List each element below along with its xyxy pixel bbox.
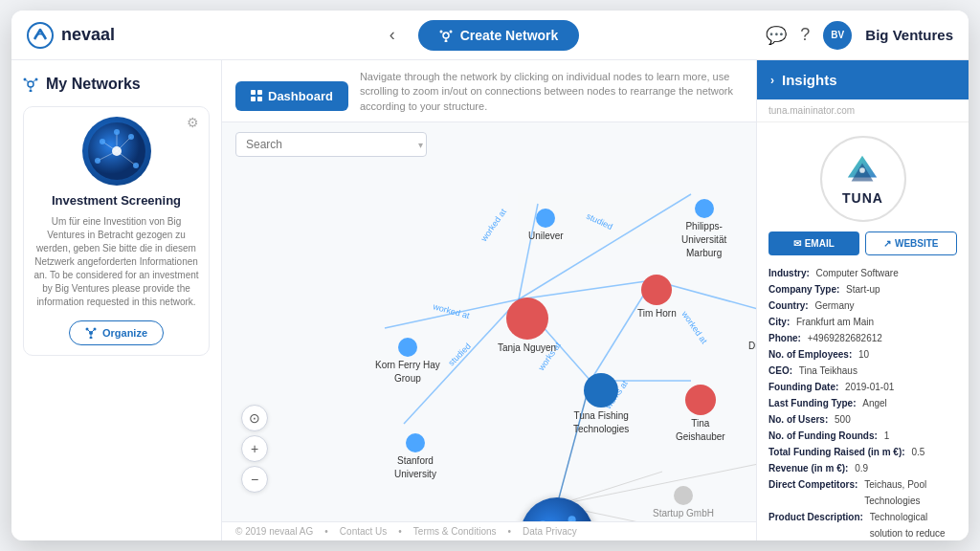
dashboard-button[interactable]: Dashboard: [235, 81, 348, 111]
node-stanford[interactable]: StanfordUniversity: [394, 433, 436, 479]
sidebar-my-networks: My Networks: [23, 76, 210, 93]
sidebar: My Networks ⚙: [11, 60, 222, 540]
nav-logo: nevaal: [27, 22, 218, 49]
node-tanja[interactable]: Tanja Nguyen: [498, 298, 556, 353]
create-network-label: Create Network: [460, 28, 559, 43]
footer-bar: © 2019 nevaal AG • Contact Us • Terms & …: [222, 521, 756, 540]
detail-row: Direct Competitors: Teichaus, Pool Techn…: [768, 476, 957, 509]
organize-icon: [85, 327, 97, 339]
node-label: University: [394, 469, 436, 479]
organize-button[interactable]: Organize: [69, 320, 164, 345]
network-card-description: Um für eine Investition von Big Ventures…: [33, 215, 199, 309]
company-name: TUNA: [842, 190, 883, 206]
email-button[interactable]: ✉ EMAIL: [768, 231, 859, 255]
node-philipps[interactable]: Philipps-UniversitätMarburg: [681, 199, 726, 258]
insights-title: Insights: [782, 72, 837, 88]
node-circle: [641, 275, 672, 305]
messages-button[interactable]: 💬: [766, 25, 787, 46]
node-circle: [674, 486, 693, 505]
detail-row: Revenue (in m €): 0.9: [768, 460, 957, 476]
detail-row: No. of Employees: 10: [768, 346, 957, 363]
node-drageo[interactable]: Drageo GmbH: [748, 319, 756, 351]
detail-row: Total Funding Raised (in m €): 0.5: [768, 444, 957, 460]
node-tina[interactable]: TinaGeishauber: [676, 385, 725, 442]
zoom-in-button[interactable]: +: [241, 435, 268, 462]
detail-row: No. of Funding Rounds: 1: [768, 428, 957, 444]
investment-network-graphic: [88, 122, 145, 180]
detail-label: Product Description:: [768, 509, 863, 540]
footer-terms[interactable]: Terms & Conditions: [413, 526, 497, 537]
detail-row: Phone: +4969282682612: [768, 330, 957, 346]
insights-chevron-icon: ›: [770, 74, 774, 87]
detail-value: Tina Teikhaus: [799, 363, 858, 379]
svg-point-30: [89, 337, 92, 340]
dashboard-icon: [251, 90, 262, 101]
main-layout: My Networks ⚙: [11, 60, 969, 540]
website-label: WEBSITE: [895, 238, 939, 249]
svg-point-0: [28, 23, 53, 48]
website-button[interactable]: ↗ WEBSITE: [865, 231, 958, 255]
back-button[interactable]: ‹: [382, 21, 403, 49]
node-label: Drageo GmbH: [748, 341, 756, 351]
network-card: ⚙: [23, 106, 210, 356]
node-label: Korn Ferry Hay: [375, 360, 440, 370]
help-button[interactable]: ?: [800, 25, 810, 45]
detail-label: Total Funding Raised (in m €):: [768, 444, 905, 460]
node-circle: [506, 298, 548, 340]
svg-line-12: [26, 80, 29, 82]
detail-label: No. of Funding Rounds:: [768, 428, 878, 444]
node-circle: [398, 338, 417, 357]
svg-rect-35: [257, 90, 262, 95]
detail-row: No. of Users: 500: [768, 411, 957, 428]
node-label: Unilever: [528, 231, 564, 241]
node-circle: [536, 209, 555, 228]
footer-contact[interactable]: Contact Us: [340, 526, 387, 537]
node-tuna[interactable]: Tuna FishingTechnologies: [573, 373, 629, 434]
node-label: Philipps-: [685, 221, 722, 231]
detail-label: CEO:: [768, 363, 792, 379]
network-canvas[interactable]: ▾: [222, 122, 756, 521]
company-logo-area: TUNA: [757, 122, 969, 231]
svg-point-25: [133, 163, 139, 168]
node-startup[interactable]: Startup GmbH: [653, 486, 714, 518]
svg-point-2: [439, 30, 442, 33]
app-title: nevaal: [61, 25, 115, 45]
node-tim[interactable]: Tim Horn: [637, 275, 677, 319]
card-settings-icon[interactable]: ⚙: [187, 115, 199, 130]
top-nav: nevaal ‹ Create Network 💬 ? BV B: [11, 11, 969, 60]
nav-center: ‹ Create Network: [218, 20, 743, 51]
node-circle: [695, 199, 714, 218]
detail-value: Computer Software: [816, 265, 899, 281]
detail-label: Country:: [768, 298, 809, 314]
detail-value: Germany: [814, 298, 854, 314]
toolbar-hint: Navigate through the network by clicking…: [360, 70, 743, 121]
svg-point-66: [539, 520, 546, 521]
create-network-button[interactable]: Create Network: [418, 20, 580, 51]
svg-point-9: [24, 78, 27, 81]
svg-rect-36: [251, 97, 256, 101]
detail-value: 0.5: [911, 444, 924, 460]
node-label: Tim Horn: [637, 308, 677, 319]
node-korn[interactable]: Korn Ferry HayGroup: [375, 338, 440, 384]
email-icon: ✉: [793, 238, 801, 249]
zoom-out-button[interactable]: −: [241, 466, 268, 493]
network-card-title: Investment Screening: [52, 193, 181, 208]
create-network-icon: [439, 29, 453, 42]
node-label: Tanja Nguyen: [498, 342, 556, 353]
detail-value: Angel: [862, 395, 887, 411]
detail-value: Start-up: [846, 281, 880, 298]
insights-details: Industry: Computer SoftwareCompany Type:…: [757, 265, 969, 540]
svg-point-3: [449, 30, 452, 33]
footer-privacy[interactable]: Data Privacy: [523, 526, 577, 537]
investment-node-circle: [521, 497, 593, 521]
company-logo-circle: TUNA: [820, 136, 906, 222]
node-unilever[interactable]: Unilever: [528, 209, 564, 241]
node-investment[interactable]: InvestmentScreening: [521, 497, 593, 521]
zoom-reset-button[interactable]: ⊙: [241, 405, 268, 431]
insights-header: › Insights: [757, 60, 969, 99]
avatar: BV: [823, 21, 852, 50]
detail-label: Company Type:: [768, 281, 839, 298]
detail-value: Teichaus, Pool Technologies: [864, 476, 957, 509]
detail-row: City: Frankfurt am Main: [768, 314, 957, 330]
svg-point-67: [568, 516, 575, 521]
